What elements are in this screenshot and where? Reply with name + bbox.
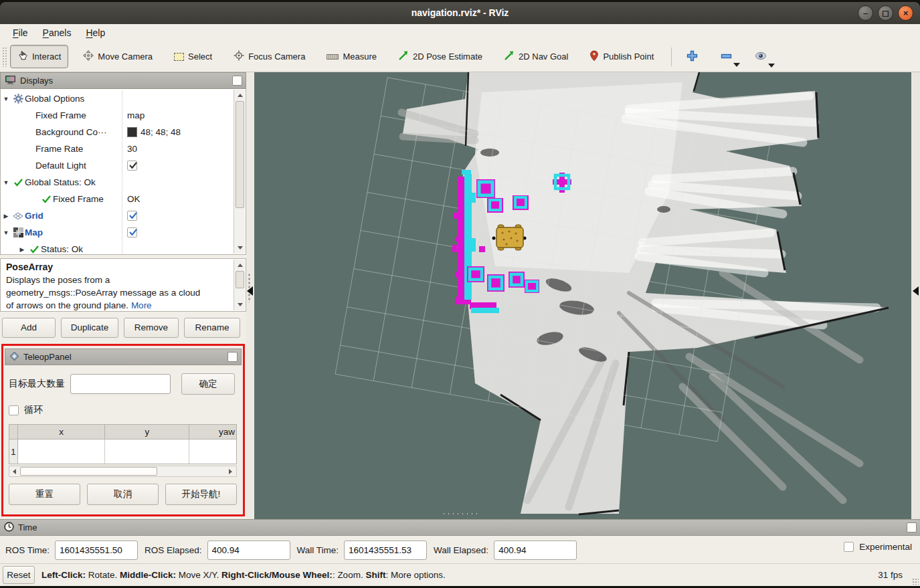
tree-row-global-options[interactable]: ▼ Global Options — [1, 90, 232, 107]
robot-model — [492, 225, 527, 250]
experimental-label: Experimental — [859, 542, 912, 552]
loop-checkbox[interactable] — [9, 405, 19, 415]
time-panel-header[interactable]: Time — [0, 519, 920, 536]
column-header-x[interactable]: x — [18, 425, 105, 439]
horizontal-splitter-handle[interactable] — [442, 512, 478, 515]
select-tool-button[interactable]: Select — [167, 47, 219, 66]
grid-checkbox[interactable] — [127, 211, 137, 221]
collapse-handle-icon[interactable] — [247, 286, 253, 296]
scroll-down-icon[interactable] — [236, 243, 244, 252]
close-button[interactable]: × — [898, 5, 913, 21]
scroll-left-icon[interactable] — [11, 467, 19, 476]
wall-time-input[interactable] — [344, 541, 427, 560]
tree-row-map[interactable]: ▼ Map — [1, 224, 232, 241]
tree-row-global-status[interactable]: ▼ Global Status: Ok — [1, 174, 232, 191]
cell-x[interactable] — [18, 439, 105, 464]
menu-help[interactable]: Help — [80, 25, 111, 40]
column-header-yaw[interactable]: yaw — [189, 425, 236, 439]
3d-viewport[interactable] — [254, 72, 911, 519]
selection-box-icon — [174, 53, 184, 61]
right-panel-collapsed-strip[interactable] — [911, 72, 920, 519]
toolbar-separator — [671, 47, 672, 66]
focus-camera-tool-button[interactable]: Focus Camera — [227, 45, 312, 68]
remove-button[interactable]: Remove — [124, 318, 179, 338]
table-horizontal-scrollbar[interactable] — [9, 466, 237, 477]
scrollbar-thumb[interactable] — [20, 467, 157, 476]
scrollbar-thumb[interactable] — [236, 101, 244, 208]
tree-row-fixed-frame-status[interactable]: Fixed Frame OK — [1, 191, 232, 207]
displays-scrollbar[interactable] — [234, 90, 245, 254]
measure-tool-button[interactable]: Measure — [320, 47, 383, 66]
cell-y[interactable] — [105, 439, 189, 464]
duplicate-button[interactable]: Duplicate — [61, 318, 118, 338]
add-button[interactable]: Add — [2, 318, 56, 338]
menu-panels[interactable]: Panels — [37, 25, 78, 40]
table-row: 1 — [9, 439, 236, 464]
scroll-up-icon[interactable] — [236, 91, 244, 100]
confirm-button[interactable]: 确定 — [181, 373, 235, 395]
ros-elapsed-input[interactable] — [207, 541, 290, 560]
reset-button[interactable]: Reset — [3, 566, 35, 584]
displays-float-button[interactable] — [232, 76, 242, 86]
map-checkbox[interactable] — [127, 227, 137, 237]
menu-file[interactable]: File — [7, 25, 34, 40]
more-link[interactable]: More — [131, 300, 152, 310]
scrollbar-thumb[interactable] — [236, 271, 244, 288]
scroll-down-icon[interactable] — [236, 300, 244, 309]
color-swatch[interactable] — [127, 127, 137, 137]
reset-goals-button[interactable]: 重置 — [9, 484, 80, 505]
expand-arrow-icon[interactable]: ▶ — [1, 213, 11, 219]
default-light-checkbox[interactable] — [127, 161, 137, 171]
main-area: Displays ▼ Global Options Fixed Frame ma… — [0, 72, 920, 519]
maximize-button[interactable]: ◻ — [878, 5, 893, 21]
collapse-arrow-icon[interactable]: ▼ — [1, 179, 11, 186]
wall-elapsed-input[interactable] — [494, 541, 577, 560]
resize-grip[interactable] — [912, 578, 919, 585]
experimental-checkbox[interactable] — [844, 542, 854, 552]
interact-tool-button[interactable]: Interact — [10, 45, 68, 68]
toolbar: Interact Move Camera Select Focus Camera… — [0, 41, 920, 72]
panel-splitter[interactable] — [246, 72, 254, 519]
minimize-button[interactable]: – — [858, 5, 873, 21]
collapse-arrow-icon[interactable]: ▼ — [1, 229, 11, 236]
render-scene — [254, 72, 911, 519]
rename-button[interactable]: Rename — [184, 318, 240, 338]
cancel-button[interactable]: 取消 — [87, 484, 159, 505]
ros-time-input[interactable] — [55, 541, 138, 560]
description-scrollbar[interactable] — [234, 260, 245, 310]
time-float-button[interactable] — [907, 522, 917, 532]
fixed-frame-value[interactable]: map — [127, 110, 145, 120]
teleop-float-button[interactable] — [227, 352, 238, 362]
start-navigation-button[interactable]: 开始导航! — [165, 484, 237, 505]
move-camera-tool-button[interactable]: Move Camera — [76, 45, 159, 68]
move-arrows-icon — [83, 50, 94, 63]
max-goal-input[interactable] — [70, 374, 171, 394]
scroll-right-icon[interactable] — [226, 467, 235, 476]
title-bar[interactable]: navigation.rviz* - RViz – ◻ × — [0, 2, 920, 24]
tree-row-default-light[interactable]: Default Light — [1, 157, 232, 174]
scroll-up-icon[interactable] — [236, 261, 244, 270]
expand-arrow-icon[interactable]: ▶ — [17, 246, 27, 253]
nav-goal-tool-button[interactable]: 2D Nav Goal — [497, 45, 575, 68]
toolbar-grip[interactable] — [2, 47, 7, 67]
menu-bar: File Panels Help — [0, 24, 920, 41]
status-bar: Reset Left-Click: Rotate. Middle-Click: … — [0, 563, 920, 586]
column-header-y[interactable]: y — [105, 425, 189, 439]
tree-row-fixed-frame[interactable]: Fixed Frame map — [1, 107, 232, 124]
cell-yaw[interactable] — [189, 439, 236, 464]
row-header[interactable]: 1 — [9, 439, 18, 464]
collapse-handle-icon[interactable] — [913, 286, 919, 296]
collapse-arrow-icon[interactable]: ▼ — [1, 96, 11, 102]
tree-row-map-status[interactable]: ▶ Status: Ok — [1, 241, 232, 255]
publish-point-tool-button[interactable]: Publish Point — [583, 45, 660, 68]
add-tool-button[interactable] — [680, 46, 705, 68]
displays-panel-header[interactable]: Displays — [0, 72, 246, 89]
visibility-tool-button[interactable] — [748, 47, 773, 66]
teleop-panel-header[interactable]: TeleopPanel — [5, 349, 242, 365]
tree-row-frame-rate[interactable]: Frame Rate 30 — [1, 140, 232, 157]
remove-tool-button[interactable] — [714, 47, 739, 66]
description-title: PoseArray — [6, 262, 53, 272]
tree-row-grid[interactable]: ▶ Grid — [1, 207, 232, 224]
tree-row-background-color[interactable]: Background Co··· 48; 48; 48 — [1, 124, 232, 140]
pose-estimate-tool-button[interactable]: 2D Pose Estimate — [391, 45, 489, 68]
